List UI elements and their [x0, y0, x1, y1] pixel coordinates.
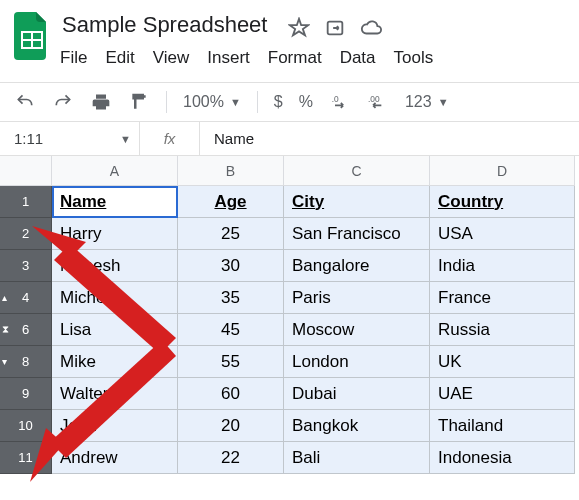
row-header[interactable]: 10	[0, 410, 52, 442]
cell[interactable]: Michelle	[52, 282, 178, 314]
zoom-value: 100%	[183, 93, 224, 111]
cell[interactable]: Country	[430, 186, 575, 218]
row-number: 3	[22, 258, 29, 273]
cell[interactable]: 25	[178, 218, 284, 250]
cell[interactable]: Indonesia	[430, 442, 575, 474]
menu-data[interactable]: Data	[340, 48, 376, 68]
cell[interactable]: Walter	[52, 378, 178, 410]
column-header-c[interactable]: C	[284, 156, 430, 186]
row-number: 1	[22, 194, 29, 209]
cell[interactable]: Harry	[52, 218, 178, 250]
cell[interactable]: 45	[178, 314, 284, 346]
formula-input[interactable]: Name	[200, 130, 254, 147]
column-header-d[interactable]: D	[430, 156, 575, 186]
column-header-a[interactable]: A	[52, 156, 178, 186]
document-title[interactable]: Sample Spreadsheet	[60, 10, 269, 40]
cell[interactable]: Andrew	[52, 442, 178, 474]
cell[interactable]: USA	[430, 218, 575, 250]
cloud-icon[interactable]	[360, 17, 382, 39]
cell[interactable]: 20	[178, 410, 284, 442]
row-number: 11	[18, 450, 32, 465]
row-number: 9	[22, 386, 29, 401]
toolbar: 100% ▼ $ % .0 .00 123 ▼	[0, 82, 579, 122]
svg-text:.0: .0	[332, 94, 339, 104]
cell[interactable]: Thailand	[430, 410, 575, 442]
row-header[interactable]: 3	[0, 250, 52, 282]
menu-tools[interactable]: Tools	[394, 48, 434, 68]
cell[interactable]: Paris	[284, 282, 430, 314]
menu-format[interactable]: Format	[268, 48, 322, 68]
row-number: 2	[22, 226, 29, 241]
cell[interactable]: Age	[178, 186, 284, 218]
zoom-dropdown[interactable]: 100% ▼	[183, 93, 241, 111]
cell[interactable]: Bangkok	[284, 410, 430, 442]
star-icon[interactable]	[288, 17, 310, 39]
spreadsheet-grid[interactable]: A B C D 1 Name Age City Country 2 Harry …	[0, 156, 579, 474]
row-header[interactable]: ▴4	[0, 282, 52, 314]
row-header[interactable]: 1	[0, 186, 52, 218]
row-header[interactable]: ▾8	[0, 346, 52, 378]
cell[interactable]: London	[284, 346, 430, 378]
redo-button[interactable]	[52, 91, 74, 113]
group-mark[interactable]: ⧗	[2, 325, 9, 335]
group-mark[interactable]: ▴	[2, 293, 7, 303]
row-number: 6	[22, 322, 29, 337]
cell[interactable]: 60	[178, 378, 284, 410]
cell[interactable]: Mike	[52, 346, 178, 378]
row-number: 4	[22, 290, 29, 305]
cell[interactable]: 22	[178, 442, 284, 474]
cell[interactable]: City	[284, 186, 430, 218]
cell[interactable]: Dubai	[284, 378, 430, 410]
print-button[interactable]	[90, 91, 112, 113]
cell[interactable]: India	[430, 250, 575, 282]
row-header[interactable]: 11	[0, 442, 52, 474]
separator	[166, 91, 167, 113]
svg-text:.00: .00	[368, 94, 380, 104]
menu-bar: File Edit View Insert Format Data Tools	[60, 48, 433, 68]
cell[interactable]: Name	[52, 186, 178, 218]
undo-button[interactable]	[14, 91, 36, 113]
cell[interactable]: San Francisco	[284, 218, 430, 250]
chevron-down-icon: ▼	[438, 96, 449, 108]
cell[interactable]: Moscow	[284, 314, 430, 346]
cell[interactable]: John	[52, 410, 178, 442]
menu-file[interactable]: File	[60, 48, 87, 68]
fx-label: fx	[140, 122, 200, 155]
cell[interactable]: Bali	[284, 442, 430, 474]
cell[interactable]: Mahesh	[52, 250, 178, 282]
cell[interactable]: 35	[178, 282, 284, 314]
cell[interactable]: UK	[430, 346, 575, 378]
select-all-corner[interactable]	[0, 156, 52, 186]
group-mark[interactable]: ▾	[2, 357, 7, 367]
menu-view[interactable]: View	[153, 48, 190, 68]
decrease-decimal-button[interactable]: .0	[329, 91, 351, 113]
chevron-down-icon: ▼	[120, 133, 131, 145]
currency-button[interactable]: $	[274, 93, 283, 111]
menu-edit[interactable]: Edit	[105, 48, 134, 68]
sheets-logo[interactable]	[12, 10, 52, 62]
cell[interactable]: France	[430, 282, 575, 314]
cell[interactable]: 55	[178, 346, 284, 378]
cell[interactable]: Bangalore	[284, 250, 430, 282]
cell[interactable]: Russia	[430, 314, 575, 346]
move-icon[interactable]	[324, 17, 346, 39]
formula-bar: 1:11 ▼ fx Name	[0, 122, 579, 156]
number-format-dropdown[interactable]: 123 ▼	[405, 93, 449, 111]
row-header[interactable]: ⧗6	[0, 314, 52, 346]
row-number: 8	[22, 354, 29, 369]
chevron-down-icon: ▼	[230, 96, 241, 108]
cell[interactable]: 30	[178, 250, 284, 282]
number-format-label: 123	[405, 93, 432, 111]
column-header-b[interactable]: B	[178, 156, 284, 186]
menu-insert[interactable]: Insert	[207, 48, 250, 68]
separator	[257, 91, 258, 113]
name-box[interactable]: 1:11 ▼	[0, 122, 140, 155]
paint-format-button[interactable]	[128, 91, 150, 113]
cell[interactable]: Lisa	[52, 314, 178, 346]
row-header[interactable]: 2	[0, 218, 52, 250]
increase-decimal-button[interactable]: .00	[367, 91, 389, 113]
row-header[interactable]: 9	[0, 378, 52, 410]
row-number: 10	[18, 418, 32, 433]
percent-button[interactable]: %	[299, 93, 313, 111]
cell[interactable]: UAE	[430, 378, 575, 410]
